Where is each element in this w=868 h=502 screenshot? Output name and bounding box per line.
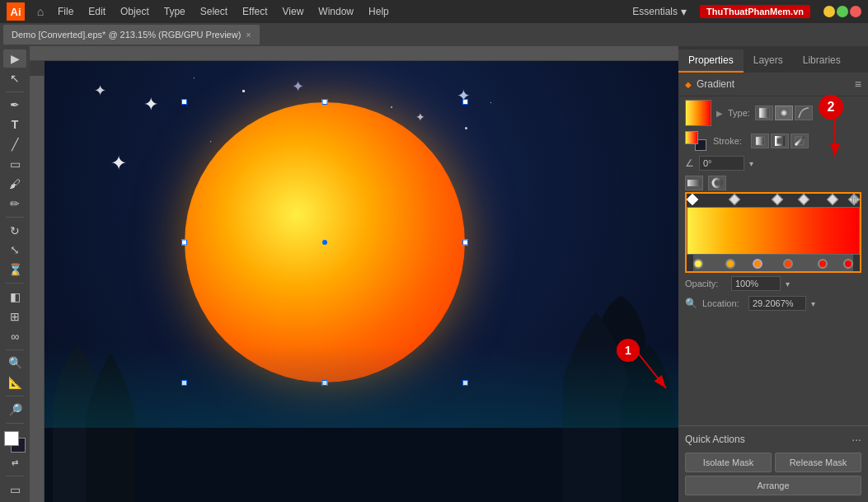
toolbar: ▶ ↖ ✒ T ╱ ▭ 🖌 ✏ ↻ ⤡ ⌛ ◧ ⊞ ∞ 🔍 📐 🔎 ⇄ ▭ xyxy=(0,46,30,502)
stroke-swatch-stack xyxy=(685,131,708,151)
stop-4[interactable] xyxy=(827,194,838,205)
blend-tool[interactable]: ∞ xyxy=(3,327,26,345)
menu-type[interactable]: Type xyxy=(157,4,192,19)
star-dot-1 xyxy=(242,90,245,92)
location-input[interactable] xyxy=(748,296,806,311)
star-dot-2 xyxy=(391,106,392,108)
screen-mode-btn[interactable]: ▭ xyxy=(3,481,26,499)
stroke-gradient-btn[interactable] xyxy=(708,176,726,190)
stroke-btn-2[interactable] xyxy=(771,134,789,148)
menu-view[interactable]: View xyxy=(276,4,311,19)
measure-tool[interactable]: 📐 xyxy=(3,373,26,392)
sel-handle-tr[interactable] xyxy=(462,99,468,105)
angle-input[interactable] xyxy=(699,156,744,171)
tabbar: Demo [Converted].eps* @ 213.15% (RGB/GPU… xyxy=(0,23,868,46)
menu-window[interactable]: Window xyxy=(312,4,360,19)
tab-libraries[interactable]: Libraries xyxy=(793,49,851,73)
slider-stop-4[interactable] xyxy=(818,259,828,269)
tab-close-icon[interactable]: × xyxy=(246,30,251,40)
shape-tool[interactable]: ▭ xyxy=(3,155,26,173)
slider-stop-0[interactable] xyxy=(693,259,703,269)
location-dropdown-arrow[interactable]: ▾ xyxy=(811,299,815,308)
swap-colors-icon[interactable]: ⇄ xyxy=(3,453,26,472)
gradient-arrow-icon[interactable]: ▶ xyxy=(716,109,723,118)
type-linear-btn[interactable] xyxy=(755,106,773,120)
sel-handle-mr[interactable] xyxy=(462,240,468,246)
stop-3[interactable] xyxy=(797,194,809,205)
stroke-fill-swatch[interactable] xyxy=(685,131,698,144)
scale-tool[interactable]: ⤡ xyxy=(3,241,26,259)
canvas-area[interactable]: ✦ ✦ ✦ ✦ · · · · ✦ ✦ ✦ xyxy=(45,61,678,502)
rotate-tool[interactable]: ↻ xyxy=(3,222,26,240)
paintbrush-tool[interactable]: 🖌 xyxy=(3,175,26,193)
zoom-tool[interactable]: 🔎 xyxy=(3,401,26,419)
svg-rect-0 xyxy=(90,461,98,502)
arrange-button[interactable]: Arrange xyxy=(685,476,861,495)
sel-handle-tm[interactable] xyxy=(322,99,328,105)
close-button[interactable] xyxy=(850,6,861,17)
color-pair[interactable] xyxy=(2,431,27,449)
angle-row: ∠ ▾ xyxy=(678,152,868,174)
stroke-btn-1[interactable] xyxy=(751,134,769,148)
sel-handle-ml[interactable] xyxy=(181,240,187,246)
slider-stop-5[interactable] xyxy=(843,259,853,269)
type-tool[interactable]: T xyxy=(3,115,26,134)
warp-tool[interactable]: ⌛ xyxy=(3,260,26,279)
slider-stop-1[interactable] xyxy=(725,259,735,269)
mesh-tool[interactable]: ⊞ xyxy=(3,307,26,326)
release-mask-button[interactable]: Release Mask xyxy=(775,453,861,472)
select-tool[interactable]: ▶ xyxy=(3,49,26,68)
stop-2[interactable] xyxy=(772,194,783,205)
line-tool[interactable]: ╱ xyxy=(3,135,26,153)
slider-stop-3[interactable] xyxy=(783,259,793,269)
menu-edit[interactable]: Edit xyxy=(82,4,112,19)
maximize-button[interactable] xyxy=(837,6,848,17)
gradient-bar[interactable] xyxy=(687,207,860,255)
stroke-btn-3[interactable] xyxy=(791,134,809,148)
angle-dropdown-arrow[interactable]: ▾ xyxy=(749,159,753,168)
type-freeform-btn[interactable] xyxy=(795,106,813,120)
pen-tool[interactable]: ✒ xyxy=(3,96,26,115)
panel-spacer xyxy=(678,312,868,425)
minimize-button[interactable] xyxy=(823,6,835,17)
eyedropper-tool[interactable]: 🔍 xyxy=(3,354,26,372)
reverse-gradient-btn[interactable] xyxy=(685,176,703,190)
pencil-tool[interactable]: ✏ xyxy=(3,195,26,213)
menu-object[interactable]: Object xyxy=(114,4,156,19)
direct-select-tool[interactable]: ↖ xyxy=(3,69,26,87)
foreground-color[interactable] xyxy=(4,431,19,446)
tool-separator-5 xyxy=(6,396,24,396)
menu-select[interactable]: Select xyxy=(194,4,234,19)
delete-stop-btn[interactable]: 🗑 xyxy=(850,194,860,205)
sun-circle[interactable] xyxy=(185,102,465,382)
stop-1[interactable] xyxy=(728,194,739,205)
opacity-input[interactable] xyxy=(731,276,781,291)
tab-layers[interactable]: Layers xyxy=(744,49,793,73)
menu-file[interactable]: File xyxy=(51,4,80,19)
workspace-selector[interactable]: Essentials ▾ xyxy=(626,3,693,20)
quick-actions-header: Quick Actions ··· xyxy=(678,426,868,449)
document-tab[interactable]: Demo [Converted].eps* @ 213.15% (RGB/GPU… xyxy=(3,25,260,45)
panel-menu-icon[interactable]: ≡ xyxy=(855,77,861,91)
home-icon[interactable]: ⌂ xyxy=(31,2,49,21)
gradient-tool[interactable]: ◧ xyxy=(3,288,26,306)
opacity-dropdown-arrow[interactable]: ▾ xyxy=(786,279,790,289)
stroke-label: Stroke: xyxy=(713,136,746,146)
isolate-mask-button[interactable]: Isolate Mask xyxy=(685,453,772,472)
stop-0[interactable] xyxy=(687,194,698,205)
tab-properties[interactable]: Properties xyxy=(678,49,744,73)
menu-effect[interactable]: Effect xyxy=(236,4,274,19)
sel-handle-tl[interactable] xyxy=(181,99,187,105)
type-radial-btn[interactable] xyxy=(775,106,793,120)
quick-actions-menu-icon[interactable]: ··· xyxy=(852,433,861,446)
gradient-center-handle[interactable] xyxy=(322,240,327,245)
tool-separator-2 xyxy=(6,217,24,218)
gradient-preview-swatch[interactable] xyxy=(685,100,711,126)
svg-rect-3 xyxy=(756,137,764,145)
menu-help[interactable]: Help xyxy=(362,4,396,19)
tool-separator-6 xyxy=(6,423,24,424)
slider-stop-2[interactable] xyxy=(753,259,762,269)
star-1: ✦ xyxy=(143,94,158,115)
eyedropper-icon[interactable]: 🔍 xyxy=(685,298,697,309)
tab-label: Demo [Converted].eps* @ 213.15% (RGB/GPU… xyxy=(12,30,241,40)
